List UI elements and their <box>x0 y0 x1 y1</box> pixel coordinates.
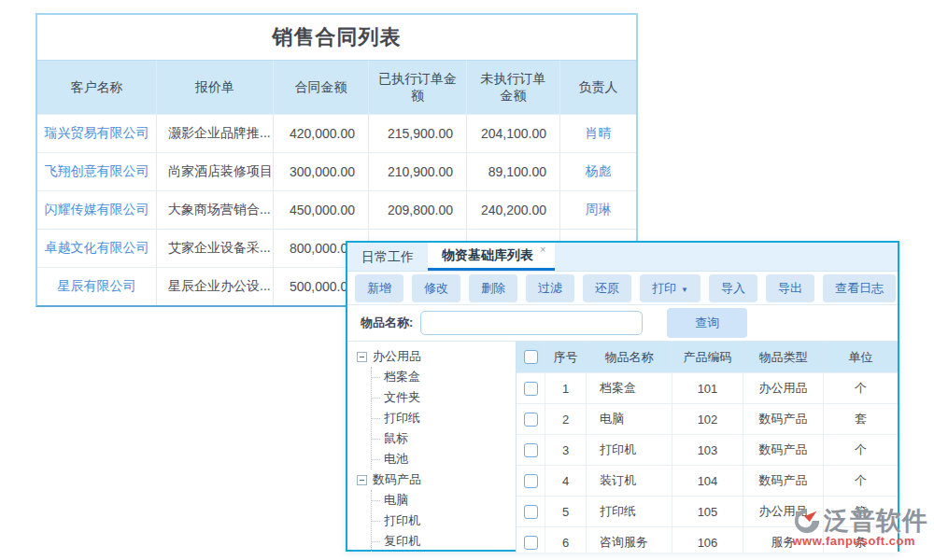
query-button[interactable]: 查询 <box>667 308 747 338</box>
cell-contract-amount: 450,000.00 <box>273 191 368 229</box>
tree-node-office-supplies[interactable]: 办公用品 <box>357 346 516 367</box>
row-checkbox[interactable] <box>524 474 538 488</box>
tab-materials-list[interactable]: 物资基础库列表 × <box>428 243 555 271</box>
tree-leaf-label: 电池 <box>384 451 408 468</box>
cell-product-code[interactable]: 105 <box>672 497 743 526</box>
toolbar-button[interactable]: 导入 <box>709 274 757 302</box>
cell-product-code[interactable]: 101 <box>672 373 743 403</box>
cell-unit: 个 <box>823 435 898 465</box>
cell-product-code[interactable]: 103 <box>672 435 743 465</box>
cell-quotation: 星辰企业办公设... <box>156 268 273 305</box>
cell-customer-name[interactable]: 卓越文化有限公司 <box>37 230 156 267</box>
column-header-unit: 单位 <box>823 342 898 372</box>
fanpu-logo-icon <box>793 507 821 535</box>
row-checkbox[interactable] <box>524 505 538 519</box>
toolbar-button[interactable]: 修改 <box>412 274 460 302</box>
tree-leaf[interactable]: 电池 <box>372 449 516 469</box>
cell-item-name[interactable]: 打印纸 <box>586 497 672 526</box>
cell-checkbox <box>517 373 545 403</box>
table-row[interactable]: 闪耀传媒有限公司 大象商场营销合... 450,000.00 209,800.0… <box>37 190 636 229</box>
cell-item-name[interactable]: 打印机 <box>586 435 672 465</box>
tree-leaf[interactable]: 电脑 <box>372 490 516 511</box>
table-row[interactable]: 1 档案盒 101 办公用品 个 <box>517 372 898 403</box>
toolbar-button-label: 导入 <box>721 281 745 295</box>
tree-leaf[interactable]: 打印机 <box>372 511 516 531</box>
category-tree: 办公用品 档案盒 文件夹 打印纸 鼠 <box>347 342 516 553</box>
column-header-index: 序号 <box>545 342 586 372</box>
cell-owner[interactable]: 肖晴 <box>559 115 636 152</box>
row-checkbox[interactable] <box>524 382 538 396</box>
tree-leaf-label: 打印纸 <box>384 410 420 427</box>
tree-leaf[interactable]: 档案盒 <box>372 367 516 387</box>
row-checkbox[interactable] <box>524 443 538 457</box>
column-header-unexecuted: 未执行订单金额 <box>466 61 559 114</box>
cell-item-name[interactable]: 装订机 <box>586 466 672 496</box>
close-icon[interactable]: × <box>540 244 545 255</box>
toolbar-button-label: 删除 <box>481 281 505 295</box>
toolbar-button[interactable]: 删除 <box>469 274 517 302</box>
cell-customer-name[interactable]: 飞翔创意有限公司 <box>37 153 156 190</box>
cell-item-type: 数码产品 <box>743 404 823 434</box>
cell-item-name[interactable]: 档案盒 <box>586 373 672 403</box>
tab-label: 物资基础库列表 <box>442 247 533 262</box>
tree-leaf[interactable]: 打印纸 <box>372 408 516 428</box>
cell-checkbox <box>517 466 545 496</box>
cell-product-code[interactable]: 106 <box>672 527 743 553</box>
cell-item-type: 数码产品 <box>743 466 823 496</box>
select-all-cell <box>517 342 545 372</box>
cell-quotation: 艾家企业设备采... <box>156 230 273 267</box>
table-row[interactable]: 瑞兴贸易有限公司 灏影企业品牌推... 420,000.00 215,900.0… <box>37 114 636 152</box>
item-name-input[interactable] <box>420 311 643 335</box>
tree-children-office: 档案盒 文件夹 打印纸 鼠标 电池 <box>371 367 516 469</box>
cell-executed-amount: 209,800.00 <box>368 191 466 229</box>
cell-owner[interactable]: 周琳 <box>559 191 636 229</box>
row-checkbox[interactable] <box>524 536 538 550</box>
table-row[interactable]: 2 电脑 102 数码产品 套 <box>517 403 898 434</box>
tree-node-digital-products[interactable]: 数码产品 <box>357 469 516 490</box>
table-row[interactable]: 4 装订机 104 数码产品 个 <box>517 465 898 496</box>
table-row[interactable]: 3 打印机 103 数码产品 个 <box>517 434 898 465</box>
column-header-customer: 客户名称 <box>37 61 156 114</box>
toolbar-button[interactable]: 过滤 <box>526 274 574 302</box>
toolbar-button[interactable]: 还原 <box>583 274 631 302</box>
materials-header-row: 序号 物品名称 产品编码 物品类型 单位 <box>517 342 898 372</box>
cell-quotation: 灏影企业品牌推... <box>156 115 273 152</box>
tree-leaf-label: 电脑 <box>384 492 408 509</box>
row-checkbox[interactable] <box>524 413 538 427</box>
cell-customer-name[interactable]: 星辰有限公司 <box>37 268 156 305</box>
brand-url: www.fanpusoft.com <box>792 534 915 548</box>
cell-product-code[interactable]: 104 <box>672 466 743 496</box>
collapse-icon[interactable] <box>357 352 367 362</box>
collapse-icon[interactable] <box>357 475 367 485</box>
cell-customer-name[interactable]: 瑞兴贸易有限公司 <box>37 115 156 152</box>
toolbar-button-label: 查看日志 <box>835 281 884 295</box>
cell-unit: 套 <box>823 404 898 434</box>
cell-executed-amount: 210,900.00 <box>368 153 466 190</box>
select-all-checkbox[interactable] <box>524 350 538 364</box>
toolbar: 新增 修改 删除 过滤 还原 打印▼ 导入 导出 查看日志 <box>347 272 898 305</box>
tree-children-digital: 电脑 打印机 复印机 <box>371 490 516 552</box>
dropdown-caret-icon: ▼ <box>681 286 688 294</box>
cell-customer-name[interactable]: 闪耀传媒有限公司 <box>37 191 156 229</box>
cell-index: 2 <box>545 404 586 434</box>
tree-leaf[interactable]: 文件夹 <box>372 387 516 408</box>
cell-unit: 个 <box>823 373 898 403</box>
contracts-header-row: 客户名称 报价单 合同金额 已执行订单金额 未执行订单金额 负责人 <box>37 60 636 114</box>
cell-item-name[interactable]: 电脑 <box>586 404 672 434</box>
tree-leaf[interactable]: 鼠标 <box>372 428 516 449</box>
cell-product-code[interactable]: 102 <box>672 404 743 434</box>
watermark: 泛普软件 www.fanpusoft.com <box>792 504 928 548</box>
column-header-executed: 已执行订单金额 <box>368 61 466 114</box>
toolbar-button[interactable]: 打印▼ <box>640 274 700 302</box>
table-row[interactable]: 飞翔创意有限公司 尚家酒店装修项目 300,000.00 210,900.00 … <box>37 152 636 190</box>
toolbar-button[interactable]: 导出 <box>766 274 814 302</box>
cell-unexecuted-amount: 89,100.00 <box>466 153 559 190</box>
toolbar-button[interactable]: 新增 <box>355 274 403 302</box>
tree-leaf[interactable]: 复印机 <box>372 531 516 552</box>
tab-daily-work[interactable]: 日常工作 <box>347 243 428 271</box>
cell-item-name[interactable]: 咨询服务 <box>586 527 672 553</box>
page-title: 销售合同列表 <box>37 15 636 60</box>
cell-owner[interactable]: 杨彪 <box>559 153 636 190</box>
toolbar-button[interactable]: 查看日志 <box>823 274 896 302</box>
toolbar-button-label: 导出 <box>778 281 802 295</box>
